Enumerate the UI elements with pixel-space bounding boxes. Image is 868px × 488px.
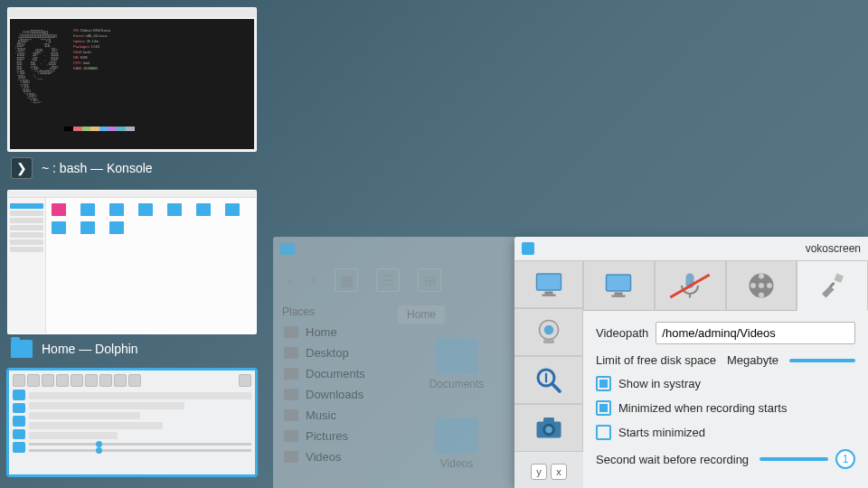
folder-item[interactable]: Videos (398, 418, 515, 470)
svg-point-11 (545, 426, 552, 433)
tab-display[interactable] (583, 260, 655, 310)
view-icons-icon: ▦ (335, 268, 358, 292)
breadcrumb[interactable]: Home (398, 305, 445, 324)
tab-audio[interactable] (655, 260, 726, 310)
window-title: vokoscreen (806, 242, 861, 255)
places-panel: Places Home Desktop Documents Downloads … (273, 300, 389, 481)
place-downloads[interactable]: Downloads (282, 384, 380, 405)
svg-rect-1 (544, 291, 552, 294)
startmin-label: Starts minimized (618, 426, 705, 439)
task-item-dolphin[interactable]: Home — Dolphin (7, 190, 257, 363)
videopath-input[interactable] (656, 322, 855, 344)
task-switcher: _,met$$$$$gg. ,g$$$$$$$$$$$$$P. ,g$$P"" … (0, 0, 264, 488)
task-title: ~ : bash — Konsole (42, 161, 153, 175)
terminal-icon: ❯ (11, 157, 33, 179)
diskspace-label: Limit of free disk space (596, 353, 716, 367)
systray-label: Show in systray (618, 377, 701, 390)
diskspace-slider[interactable] (789, 359, 855, 362)
konsole-thumbnail: _,met$$$$$gg. ,g$$$$$$$$$$$$$P. ,g$$P"" … (8, 8, 256, 151)
svg-rect-5 (543, 339, 554, 343)
svg-line-7 (552, 383, 559, 390)
svg-rect-0 (536, 274, 561, 290)
back-icon: ‹ (288, 271, 293, 290)
svg-line-24 (830, 283, 835, 287)
tab-settings[interactable] (797, 260, 868, 311)
svg-rect-15 (612, 296, 626, 297)
place-music[interactable]: Music (282, 405, 380, 426)
svg-point-22 (759, 293, 764, 298)
app-icon (522, 242, 534, 255)
forward-icon: › (311, 271, 316, 290)
place-pictures[interactable]: Pictures (282, 426, 380, 446)
tab-webcam[interactable] (514, 308, 583, 356)
secondwait-value: 1 (835, 449, 855, 469)
svg-point-23 (750, 283, 756, 288)
place-desktop[interactable]: Desktop (282, 343, 380, 363)
side-tabs: yx (514, 260, 583, 488)
secondwait-slider[interactable] (760, 457, 828, 461)
svg-point-21 (767, 283, 772, 288)
svg-rect-12 (543, 418, 554, 423)
folder-icon (11, 340, 33, 358)
task-item-vokoscreen[interactable] (7, 369, 257, 476)
hotkey-display: yx (514, 461, 583, 488)
vokoscreen-thumbnail (9, 371, 255, 474)
tab-magnify[interactable] (514, 356, 583, 404)
place-videos[interactable]: Videos (282, 446, 380, 467)
places-header: Places (282, 302, 380, 322)
svg-point-20 (759, 274, 764, 279)
view-compact-icon: ☰ (376, 268, 400, 292)
svg-rect-2 (542, 294, 555, 296)
folder-icon (280, 243, 295, 255)
svg-point-19 (759, 283, 764, 288)
tab-camera[interactable] (514, 404, 583, 452)
minrec-label: Minimized when recording starts (618, 401, 787, 415)
place-documents[interactable]: Documents (282, 363, 380, 384)
tab-screen[interactable] (514, 260, 583, 308)
systray-checkbox[interactable] (596, 376, 611, 391)
secondwait-label: Second wait before recording (596, 453, 749, 466)
task-title: Home — Dolphin (42, 342, 138, 356)
svg-rect-14 (615, 293, 623, 296)
dolphin-thumbnail (8, 191, 256, 333)
mb-label: Megabyte (727, 353, 778, 367)
svg-rect-13 (607, 275, 631, 291)
minrec-checkbox[interactable] (596, 400, 611, 416)
task-item-konsole[interactable]: _,met$$$$$gg. ,g$$$$$$$$$$$$$P. ,g$$P"" … (7, 7, 257, 184)
top-tabs (583, 260, 868, 311)
vokoscreen-window: vokoscreen yx (514, 237, 868, 488)
view-details-icon: ⊞ (418, 268, 441, 292)
startmin-checkbox[interactable] (596, 425, 611, 440)
tab-video[interactable] (726, 260, 797, 310)
svg-point-4 (543, 324, 553, 334)
folder-item[interactable]: Documents (398, 338, 515, 390)
videopath-label: Videopath (596, 326, 648, 340)
place-home[interactable]: Home (282, 322, 380, 343)
